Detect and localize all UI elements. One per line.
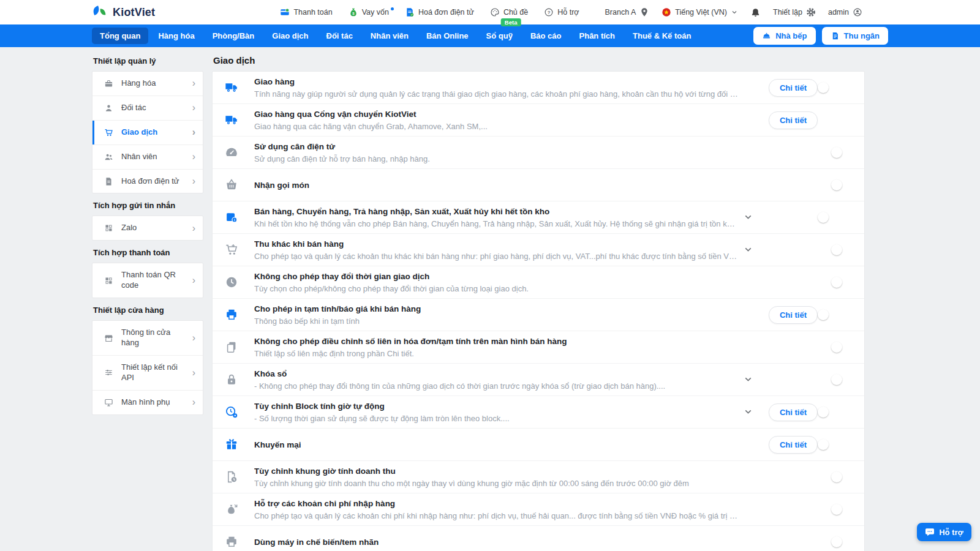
chevron-spacer: [743, 471, 765, 482]
toggle-slot: [830, 470, 853, 484]
username-label: admin: [828, 8, 849, 17]
setting-controls: [743, 211, 853, 224]
setting-row: Tùy chỉnh Block tính giờ tự động- Số lượ…: [213, 396, 864, 429]
setting-controls: [743, 243, 853, 257]
setting-controls: Chi tiết: [743, 79, 853, 97]
chevron-right-icon: ›: [192, 276, 198, 285]
setting-description: - Không cho phép thay đổi thông tin của …: [254, 381, 738, 391]
toggle-slot: [830, 308, 853, 321]
account-menu[interactable]: admin: [828, 7, 862, 17]
settings-sidebar: Thiết lập quản lýHàng hóa›Đối tác›Giao d…: [92, 54, 203, 551]
toggle-knob: [831, 504, 842, 515]
nav-tab[interactable]: Phân tích: [571, 28, 624, 44]
sidebar-item-zalo[interactable]: Zalo›: [92, 216, 203, 240]
settings-button[interactable]: Thiết lập: [773, 7, 816, 17]
lock-icon: [225, 373, 238, 386]
notifications-button[interactable]: [750, 7, 761, 18]
nav-tab[interactable]: Báo cáo: [522, 28, 570, 44]
toggle-knob: [831, 374, 842, 385]
nav-tab[interactable]: Bán Online: [418, 28, 477, 44]
expand-chevron-icon[interactable]: [743, 212, 765, 223]
setting-text: Hỗ trợ các khoản chi phí nhập hàngCho ph…: [254, 499, 743, 520]
kitchen-button[interactable]: Nhà bếp: [753, 27, 815, 45]
nav-tab[interactable]: Tổng quan: [92, 28, 148, 44]
sidebar-item-thi-t-l-p-k-t-n-i-api[interactable]: Thiết lập kết nối API›: [92, 356, 203, 391]
sidebar-item-h-ng-h-a[interactable]: Hàng hóa›: [92, 72, 203, 96]
sidebar-item-m-n-h-nh-ph-[interactable]: Màn hình phụ›: [92, 391, 203, 414]
setting-title: Không cho phép thay đổi thời gian giao d…: [254, 272, 738, 281]
sidebar-item-ho-n-i-n-t-[interactable]: Hoá đơn điện tử›: [92, 170, 203, 193]
detail-button[interactable]: Chi tiết: [769, 306, 818, 324]
nav-tab[interactable]: Nhân viên: [363, 28, 417, 44]
setting-text: Tùy chỉnh khung giờ tính doanh thuTùy ch…: [254, 467, 743, 488]
sidebar-item-thanh-to-n-qr-code[interactable]: Thanh toán QR code›: [92, 263, 203, 298]
detail-button[interactable]: Chi tiết: [769, 111, 818, 129]
chevron-down-icon: [731, 9, 738, 16]
toggle-knob: [818, 439, 829, 450]
menu-item-label: Hoá đơn điện tử: [418, 8, 474, 17]
setting-title: Bán hàng, Chuyển hàng, Trả hàng nhập, Sả…: [254, 207, 738, 216]
setting-controls: [743, 470, 853, 484]
chevron-right-icon: ›: [192, 152, 198, 162]
branch-label: Branch A: [605, 8, 636, 17]
detail-slot: Chi tiết: [765, 111, 821, 129]
setting-controls: [743, 276, 853, 289]
toggle-slot: [830, 438, 853, 451]
setting-controls: Chi tiết: [743, 111, 853, 129]
copies-icon: [225, 340, 238, 354]
setting-title: Cho phép in tạm tính/báo giá khi bán hàn…: [254, 304, 738, 313]
chevron-right-icon: ›: [192, 223, 198, 233]
detail-button[interactable]: Chi tiết: [769, 79, 818, 97]
kiotviet-logo[interactable]: KiotViet: [92, 4, 155, 20]
language-selector[interactable]: Tiếng Việt (VN): [662, 7, 738, 17]
sidebar-item-giao-d-ch[interactable]: Giao dịch›: [92, 121, 203, 145]
toggle-slot: [830, 405, 853, 419]
sidebar-group: Thông tin cửa hàng›Thiết lập kết nối API…: [92, 320, 203, 414]
support-button[interactable]: Hỗ trợ: [917, 523, 971, 541]
setting-text: Khuyến mại: [254, 440, 743, 449]
expand-chevron-icon[interactable]: [743, 244, 765, 255]
detail-slot: Chi tiết: [765, 403, 821, 421]
setting-text: Bán hàng, Chuyển hàng, Trả hàng nhập, Sả…: [254, 207, 743, 228]
topbar-menu-item[interactable]: Thanh toán: [280, 7, 332, 17]
topbar-menu-item[interactable]: ?Hỗ trợ: [544, 7, 579, 17]
topbar-menu-item[interactable]: Chủ đềBeta: [490, 7, 528, 17]
branch-selector[interactable]: Branch A: [605, 7, 650, 17]
setting-row: Khuyến mạiChi tiết: [213, 429, 864, 461]
expand-chevron-icon[interactable]: [743, 407, 765, 418]
toggle-slot: [830, 81, 853, 94]
sidebar-item-label: Thanh toán QR code: [121, 270, 184, 291]
setting-text: Không cho phép thay đổi thời gian giao d…: [254, 272, 743, 293]
setting-description: Cho phép tạo và quản lý các khoản chi ph…: [254, 511, 738, 520]
sidebar-item-nh-n-vi-n[interactable]: Nhân viên›: [92, 145, 203, 170]
detail-button[interactable]: Chi tiết: [769, 436, 818, 454]
nav-tab[interactable]: Sổ quỹ: [478, 28, 521, 44]
sidebar-item-th-ng-tin-c-a-h-ng[interactable]: Thông tin cửa hàng›: [92, 321, 203, 356]
detail-button[interactable]: Chi tiết: [769, 403, 818, 421]
topbar-menu-item[interactable]: Hoá đơn điện tử: [405, 7, 474, 17]
nav-tab[interactable]: Thuế & Kế toán: [625, 28, 699, 44]
printer-icon: [225, 535, 238, 549]
sidebar-section-heading: Thiết lập quản lý: [93, 56, 203, 66]
nav-tab[interactable]: Giao dịch: [264, 28, 316, 44]
toggle-knob: [831, 342, 842, 353]
expand-chevron-icon[interactable]: [743, 374, 765, 385]
sidebar-section-heading: Tích hợp gửi tin nhắn: [93, 201, 203, 210]
topbar-menu-item[interactable]: $Vay vốn: [349, 7, 389, 17]
setting-row: Sử dụng cân điện tửSử dụng cân điện tử h…: [213, 137, 864, 169]
nav-tab[interactable]: Đối tác: [318, 28, 361, 44]
palette-icon: [490, 7, 500, 17]
nav-tab[interactable]: Hàng hóa: [150, 28, 202, 44]
goods-box-icon: [104, 79, 113, 88]
toggle-knob: [831, 471, 842, 482]
cashier-button[interactable]: Thu ngân: [822, 27, 889, 45]
toggle-knob: [831, 179, 842, 190]
setting-controls: [743, 503, 853, 516]
setting-title: Tùy chỉnh Block tính giờ tự động: [254, 402, 738, 411]
chevron-right-icon: ›: [192, 78, 198, 88]
sidebar-item-label: Giao dịch: [121, 127, 157, 138]
sidebar-item--i-t-c[interactable]: Đối tác›: [92, 96, 203, 121]
chevron-right-icon: ›: [192, 368, 198, 378]
nav-tab[interactable]: Phòng/Bàn: [205, 28, 263, 44]
toggle-slot: [830, 503, 853, 516]
